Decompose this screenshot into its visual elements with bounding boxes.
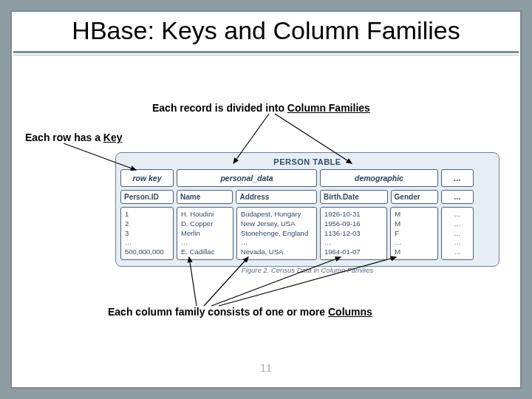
- subheader-ellipsis: …: [441, 190, 474, 204]
- cell: …: [324, 238, 383, 248]
- title-rule: [13, 51, 519, 53]
- cell: M: [395, 210, 434, 219]
- cell: 1926-10-31: [324, 210, 383, 219]
- cell: Budapest, Hungary: [241, 210, 313, 219]
- cell: …: [395, 238, 434, 248]
- cell: 2: [125, 219, 169, 229]
- group-demographic: demographic Birth.Date Gender 1926-10-31…: [320, 169, 438, 260]
- data-person-id: 1 2 3 … 500,000,000: [120, 207, 174, 260]
- cell: …: [181, 238, 229, 248]
- subheader-birth-date: Birth.Date: [320, 190, 388, 204]
- header-personal-data: personal_data: [177, 169, 317, 187]
- slide-frame: HBase: Keys and Column Families Each rec…: [10, 10, 522, 389]
- caption-column-families: Each record is divided into Column Famil…: [152, 102, 370, 114]
- cell: F: [395, 229, 434, 239]
- cell: …: [125, 238, 169, 248]
- caption-key-term: Key: [103, 132, 123, 143]
- figure-caption: Figure 2. Census Data in Column Families: [115, 266, 499, 274]
- caption-cols-term: Columns: [328, 306, 372, 318]
- cell: M: [395, 248, 434, 257]
- cell: …: [241, 238, 313, 248]
- person-table-diagram: PERSON TABLE row key Person.ID 1 2 3 … 5…: [115, 152, 499, 267]
- data-name: H. Houdini D. Copper Merlin … E. Cadilla…: [177, 207, 233, 260]
- subheader-person-id: Person.ID: [120, 190, 174, 204]
- header-demographic: demographic: [320, 169, 438, 187]
- cell: 1136-12-03: [324, 229, 383, 239]
- cell: Merlin: [181, 229, 229, 239]
- group-row-key: row key Person.ID 1 2 3 … 500,000,000: [120, 169, 174, 260]
- slide-title: HBase: Keys and Column Families: [12, 12, 520, 51]
- data-gender: M M F … M: [390, 207, 438, 260]
- subheader-address: Address: [236, 190, 317, 204]
- cell: …: [446, 229, 469, 239]
- cell: …: [446, 248, 469, 257]
- subheader-name: Name: [177, 190, 233, 204]
- subheader-gender: Gender: [391, 190, 438, 204]
- cell: H. Houdini: [181, 210, 229, 219]
- cell: D. Copper: [181, 219, 229, 229]
- caption-cols-prefix: Each column family consists of one or mo…: [108, 306, 328, 318]
- cell: …: [446, 210, 469, 219]
- cell: New Jersey, USA: [241, 219, 313, 229]
- caption-cf-prefix: Each record is divided into: [152, 102, 287, 114]
- diagram-title: PERSON TABLE: [120, 156, 494, 169]
- cell: 1956-09-16: [324, 219, 383, 229]
- caption-key-prefix: Each row has a: [25, 132, 103, 143]
- cell: …: [446, 219, 469, 229]
- cell: Stonehenge, England: [241, 229, 313, 239]
- data-address: Budapest, Hungary New Jersey, USA Stoneh…: [236, 207, 317, 260]
- header-row-key: row key: [120, 169, 174, 187]
- page-number: 11: [12, 362, 520, 374]
- caption-cf-term: Column Families: [287, 102, 370, 114]
- caption-row-key: Each row has a Key: [25, 132, 123, 143]
- caption-columns: Each column family consists of one or mo…: [108, 306, 372, 318]
- cell: 3: [125, 229, 169, 239]
- cell: 1964-01-07: [324, 248, 383, 257]
- title-rule-thin: [13, 55, 519, 55]
- cell: 1: [125, 210, 169, 219]
- cell: 500,000,000: [125, 248, 169, 257]
- cell: E. Cadillac: [181, 248, 229, 257]
- group-personal-data: personal_data Name Address H. Houdini D.…: [177, 169, 317, 260]
- table-wrap: row key Person.ID 1 2 3 … 500,000,000 pe…: [120, 169, 494, 260]
- group-ellipsis: … … … … … … …: [441, 169, 474, 260]
- cell: M: [395, 219, 434, 229]
- cell: Nevada, USA: [241, 248, 313, 257]
- cell: …: [446, 238, 469, 248]
- header-ellipsis: …: [441, 169, 474, 187]
- data-birth-date: 1926-10-31 1956-09-16 1136-12-03 … 1964-…: [320, 207, 387, 260]
- data-ellipsis: … … … … …: [441, 207, 474, 260]
